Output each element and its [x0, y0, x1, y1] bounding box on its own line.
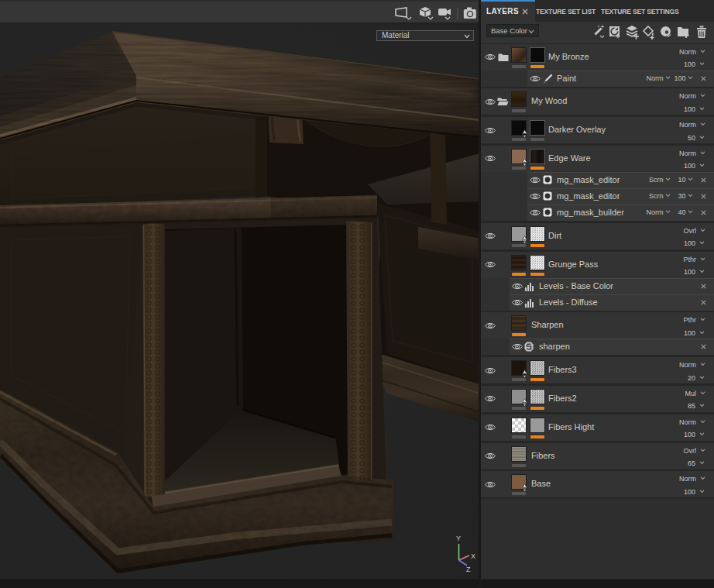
svg-text:Z: Z [466, 566, 471, 573]
svg-text:X: X [471, 552, 475, 560]
svg-text:Y: Y [456, 535, 461, 542]
